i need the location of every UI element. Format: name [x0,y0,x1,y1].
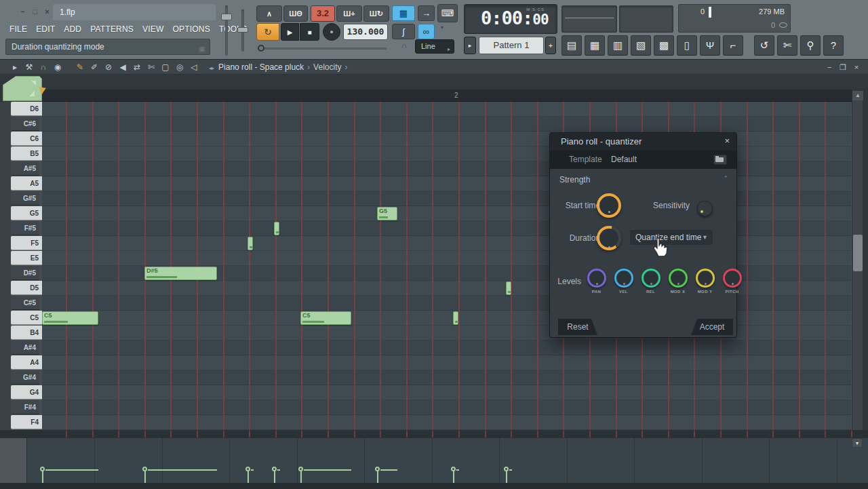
piano-key-as4[interactable]: A#4 [11,340,39,355]
level-knob-vel[interactable]: VEL [612,269,635,294]
j-curve-button[interactable]: ʃ [392,24,415,39]
knob-ring[interactable] [587,269,606,288]
duration-knob[interactable] [597,226,621,250]
note-g5[interactable]: G5 [377,207,397,220]
playhead-marker[interactable] [38,87,45,95]
wait-for-input-button[interactable]: ШΘ [283,5,308,22]
loop-record-button[interactable]: Ш↻ [363,5,389,22]
pattern-display[interactable]: Pattern 1 [479,37,544,54]
piano-roll-button[interactable]: ▥ [608,35,628,56]
quantizer-titlebar[interactable]: Piano roll - quantizer × [550,133,736,151]
select-tool-icon[interactable]: ▢ [159,60,172,75]
tempo-display[interactable]: 130.000 [343,24,388,40]
help-button[interactable]: ? [823,35,844,56]
lane-splitter[interactable] [0,430,868,438]
playlist-button[interactable]: ▤ [561,35,582,56]
menu-patterns[interactable]: PATTERNS [90,24,134,34]
level-knob-pan[interactable]: PAN [585,269,608,294]
velocity-lane[interactable] [0,438,868,483]
snap-magnet-icon[interactable]: ∩ [37,60,50,75]
cut-tool-button[interactable]: ✄ [777,35,797,56]
piano-key-cs5[interactable]: C#5 [11,296,39,310]
piano-key-c5[interactable]: C5 [11,311,42,325]
touch-controller-button[interactable]: ⌐ [723,35,743,56]
preview-icon[interactable]: ◁ [187,60,201,75]
piano-key-cs6[interactable]: C#6 [11,117,39,131]
countdown-display[interactable]: 3.2 [311,5,335,22]
knob-ring[interactable] [723,269,742,288]
channel-rack-button[interactable]: ▦ [585,35,605,56]
piano-key-c6[interactable]: C6 [11,132,42,146]
pencil-tool-icon[interactable]: ✎ [73,60,87,75]
piano-key-fs4[interactable]: F#4 [11,400,39,414]
piano-key-d5[interactable]: D5 [11,281,42,295]
piano-key-b4[interactable]: B4 [11,326,42,340]
link-button[interactable]: ∞ [418,24,435,39]
line-tool-selector[interactable]: Line▸ [415,39,454,54]
piano-key-f5[interactable]: F5 [11,236,42,250]
note-c5[interactable] [453,311,458,325]
metronome-button[interactable]: ∧ [256,5,282,22]
pr-close-button[interactable]: × [850,60,863,75]
note-c5[interactable]: C5 [42,311,98,325]
note-d5[interactable] [506,281,511,295]
piano-key-g5[interactable]: G5 [11,206,42,220]
paint-tool-icon[interactable]: ✐ [87,60,101,75]
vertical-scrollbar[interactable]: ▲ ▼ [852,91,863,475]
accept-button[interactable]: Accept [691,319,733,335]
start-time-knob[interactable] [597,193,621,218]
time-display[interactable]: 0:00:00 M:S:CS [464,4,557,34]
pattern-prev-button[interactable]: ▸ [464,37,476,54]
zoom-tool-icon[interactable]: ◎ [173,60,186,75]
plugin-database-button[interactable]: ▧ [631,35,651,56]
level-knob-rel[interactable]: REL [639,269,662,294]
browser-button[interactable]: ▯ [677,35,697,56]
pr-restore-button[interactable]: ❐ [837,60,849,75]
midi-keyboard-button[interactable]: ▦ [392,5,415,21]
menu-options[interactable]: OPTIONS [173,24,210,34]
note-f5[interactable] [248,237,253,250]
duration-mode-dropdown[interactable]: Quantize end time ▼ [630,230,713,245]
pattern-song-toggle[interactable]: ↻ [256,23,279,41]
typing-keyboard-button[interactable]: ⌨ [437,4,458,22]
knob-ring[interactable] [669,269,688,288]
template-value[interactable]: Default [611,155,637,164]
reset-button[interactable]: Reset [558,319,597,335]
stamp-icon[interactable]: ◉ [51,60,64,75]
piano-key-b5[interactable]: B5 [11,146,42,161]
maximize-button[interactable]: □ [30,7,40,16]
slip-tool-icon[interactable]: ⇄ [130,60,144,75]
breadcrumb-target[interactable]: Velocity [313,62,341,72]
level-knob-pitch[interactable]: PITCH [721,269,743,294]
main-volume-thumb[interactable] [221,14,232,20]
project-tab[interactable]: 1.flp [53,4,216,20]
piano-key-a5[interactable]: A5 [11,176,42,191]
shuttle-knob[interactable] [258,45,264,52]
piano-key-g4[interactable]: G4 [11,385,42,399]
menu-file[interactable]: FILE [9,24,27,34]
level-knob-mod-y[interactable]: MOD Y [694,269,716,294]
piano-key-gs4[interactable]: G#4 [11,370,39,385]
level-knob-mod-x[interactable]: MOD X [667,269,689,294]
mixer-button[interactable]: ▩ [654,35,674,56]
peak-meter[interactable] [619,5,673,33]
piano-key-d6[interactable]: D6 [11,102,42,116]
menu-add[interactable]: ADD [64,24,81,34]
mic-record-button[interactable]: ⚲ [800,35,821,56]
main-pitch-thumb[interactable] [237,27,248,33]
quantizer-close-icon[interactable]: × [724,136,730,146]
oscilloscope[interactable] [561,5,617,33]
step-edit-button[interactable]: → [418,5,435,21]
slice-tool-icon[interactable]: ✄ [144,60,158,75]
piano-key-gs5[interactable]: G#5 [11,191,39,206]
piano-key-a4[interactable]: A4 [11,355,42,370]
menu-view[interactable]: VIEW [142,24,163,34]
pattern-plus-button[interactable]: + [545,37,556,54]
knob-ring[interactable] [696,269,715,288]
timeline-ruler[interactable]: 2 [42,90,852,102]
knob-ring[interactable] [642,269,660,288]
piano-key-f4[interactable]: F4 [11,415,42,429]
pr-minimize-button[interactable]: − [823,60,835,75]
note-fs5[interactable] [274,222,279,235]
mute-tool-icon[interactable]: ◀ [116,60,130,75]
